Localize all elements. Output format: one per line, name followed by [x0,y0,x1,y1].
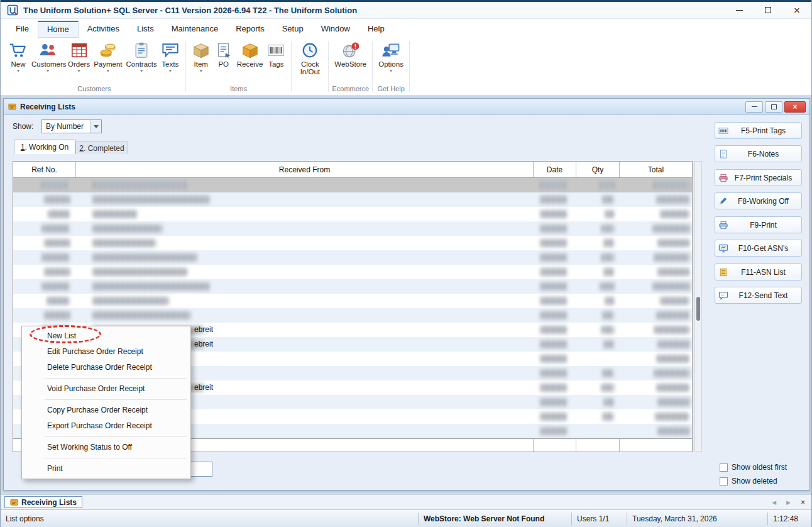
redacted-cell [654,253,689,262]
context-menu-item-print[interactable]: Print [22,461,190,477]
checkbox-icon[interactable] [720,463,728,472]
minimize-button[interactable] [725,2,754,18]
scroll-tabs-right-icon[interactable]: ▶ [786,499,791,506]
row-text-fragment: ebreit [194,340,213,348]
vertical-scrollbar[interactable] [694,161,702,452]
f10-get-asns-button[interactable]: F10-Get ASN's [715,240,802,257]
column-header-date[interactable]: Date [533,162,576,177]
child-minimize-button[interactable] [745,101,763,113]
context-menu-item-export-receipt[interactable]: Export Purchase Order Receipt [22,418,190,434]
context-menu-item-copy-receipt[interactable]: Copy Purchase Order Receipt [22,402,190,418]
context-menu-item-void-receipt[interactable]: Void Purchase Order Receipt [22,381,190,397]
redacted-cell [540,297,567,305]
child-close-button[interactable]: × [784,101,806,113]
ribbon: New ▾ Customers ▾ Orders ▾ Payment ▾ [1,38,811,96]
ribbon-button-webstore[interactable]: WebStore [332,40,368,69]
redacted-cell [601,225,614,233]
table-row[interactable] [13,250,692,265]
scrollbar-thumb[interactable] [696,297,700,321]
checkbox-icon[interactable] [720,477,728,485]
child-window-title-bar[interactable]: Receiving Lists × [4,99,809,115]
ribbon-button-contracts[interactable]: Contracts ▾ [124,40,159,74]
table-row[interactable] [13,207,692,221]
f12-send-text-button[interactable]: F12-Send Text [715,287,802,304]
redacted-cell [45,311,70,319]
barcode-icon [715,126,732,135]
menu-home[interactable]: Home [38,21,79,38]
redacted-cell [540,196,567,204]
column-header-qty[interactable]: Qty [576,162,619,177]
context-menu-item-delete-receipt[interactable]: Delete Purchase Order Receipt [22,360,190,375]
menu-reports[interactable]: Reports [227,21,273,38]
column-header-received-from[interactable]: Received From [75,162,533,177]
show-deleted-checkbox[interactable]: Show deleted [720,477,777,485]
ribbon-button-customers[interactable]: Customers ▾ [30,40,66,74]
purchase-order-icon [214,41,233,59]
close-tab-icon[interactable]: × [801,498,805,507]
ribbon-button-tags[interactable]: Tags [265,40,287,69]
context-menu-item-new-list[interactable]: New List [22,328,190,344]
menu-activities[interactable]: Activities [79,21,128,38]
f5-print-tags-button[interactable]: F5-Print Tags [715,122,802,139]
context-menu-item-edit-receipt[interactable]: Edit Purchase Order Receipt [22,344,190,360]
table-row[interactable] [13,308,692,323]
tab-completed[interactable]: 2. Completed [75,141,128,154]
redacted-cell [540,326,567,334]
column-header-ref-no[interactable]: Ref No. [13,162,75,177]
table-row[interactable] [13,265,692,279]
ribbon-button-payment[interactable]: Payment ▾ [92,40,124,74]
table-row[interactable] [13,192,692,207]
ribbon-button-orders[interactable]: Orders ▾ [66,40,92,74]
maximize-button[interactable] [754,2,782,18]
ribbon-group-label [293,84,327,95]
redacted-cell [604,340,614,348]
status-webstore: WebStore: Web Server Not Found [418,513,571,525]
ribbon-button-options[interactable]: Options ▾ [376,40,405,74]
ribbon-button-texts[interactable]: Texts ▾ [159,40,182,74]
child-restore-button[interactable] [765,101,782,113]
menu-help[interactable]: Help [359,21,393,38]
maximize-icon [765,7,771,13]
ribbon-button-item[interactable]: Item ▾ [190,40,212,74]
show-dropdown[interactable]: By Number [41,119,102,133]
ribbon-button-new[interactable]: New ▾ [7,40,30,74]
table-row[interactable] [13,294,692,308]
redacted-cell [540,268,567,276]
chevron-down-icon[interactable] [90,120,101,133]
close-button[interactable]: × [782,2,811,18]
column-header-total[interactable]: Total [619,162,692,177]
ribbon-button-po[interactable]: PO [212,40,235,69]
menu-lists[interactable]: Lists [128,21,163,38]
f7-print-specials-button[interactable]: F7-Print Specials [715,169,802,186]
mdi-tab-receiving-lists[interactable]: Receiving Lists [4,496,82,508]
redacted-cell [45,268,70,276]
menu-setup[interactable]: Setup [273,21,312,38]
menu-window[interactable]: Window [312,21,359,38]
menu-file[interactable]: File [7,21,38,38]
redacted-cell [603,311,614,319]
scroll-tabs-left-icon[interactable]: ◀ [772,499,776,506]
status-users: Users 1/1 [571,513,627,525]
table-row[interactable] [13,279,692,294]
ribbon-separator [291,41,292,92]
f11-asn-list-button[interactable]: F11-ASN List [715,264,802,280]
table-row[interactable] [13,236,692,250]
show-oldest-first-checkbox[interactable]: Show oldest first [720,463,787,472]
redacted-cell [93,268,187,276]
ribbon-button-receive[interactable]: Receive [235,40,265,69]
chevron-down-icon: ▾ [17,69,19,74]
redacted-cell [657,384,689,392]
table-row[interactable] [13,178,692,192]
window-title: The Uniform Solution+ SQL Server - C11 V… [23,6,357,15]
ribbon-separator [372,41,373,92]
ribbon-button-clock-in-out[interactable]: Clock In/Out [295,40,324,76]
table-row[interactable] [13,221,692,236]
redacted-cell [540,253,567,262]
menu-maintenance[interactable]: Maintenance [163,21,227,38]
f9-print-button[interactable]: F9-Print [715,216,802,233]
f6-notes-button[interactable]: F6-Notes [715,145,802,162]
context-menu-item-set-working-status-off[interactable]: Set Working Status to Off [22,440,190,455]
orders-icon [70,41,89,59]
tab-working-on[interactable]: 1. Working On [14,140,75,154]
f8-working-off-button[interactable]: F8-Working Off [715,192,802,209]
